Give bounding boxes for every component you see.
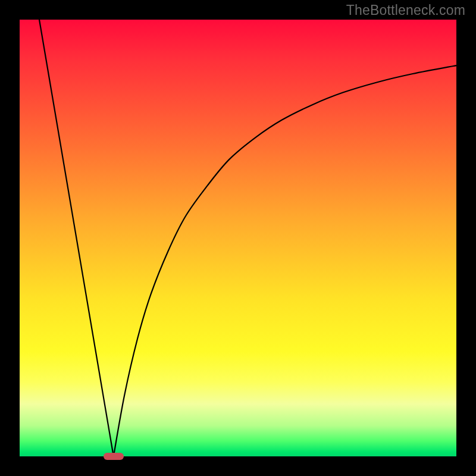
curve-svg <box>20 20 456 456</box>
plot-area <box>20 20 456 456</box>
curve-left-branch <box>39 20 114 456</box>
minimum-marker <box>104 453 124 460</box>
watermark-text: TheBottleneck.com <box>346 2 465 18</box>
chart-frame: TheBottleneck.com <box>0 0 476 476</box>
curve-right-branch <box>114 65 456 456</box>
